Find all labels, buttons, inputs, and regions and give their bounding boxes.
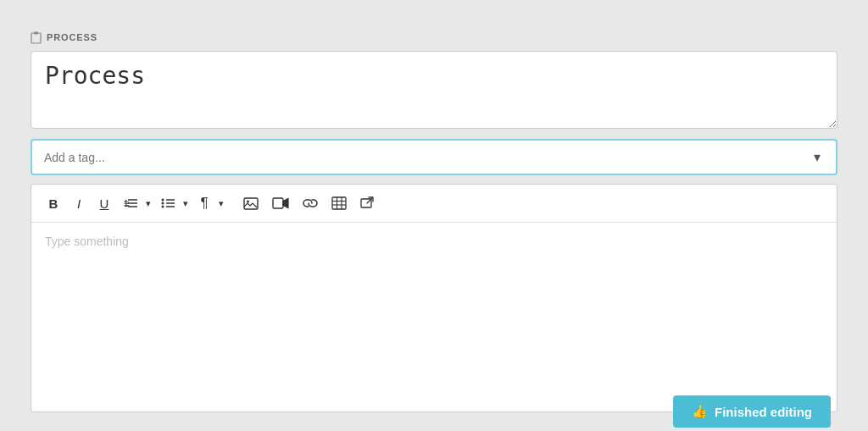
unordered-list-dropdown-button[interactable]: ▾ [181,195,191,213]
svg-rect-15 [273,198,283,208]
tag-dropdown-button[interactable] [810,149,824,165]
finished-editing-label: Finished editing [715,405,812,419]
tag-input[interactable] [44,151,810,164]
svg-rect-1 [34,32,38,35]
editor-body[interactable]: Type something [31,223,837,409]
link-button[interactable] [297,191,324,215]
toolbar-separator-1 [231,195,232,212]
paragraph-dropdown-button[interactable]: ▾ [216,195,226,213]
chevron-down-icon [814,149,821,165]
thumbs-up-icon: 👍 [692,404,708,419]
image-button[interactable] [237,191,264,215]
finished-editing-button[interactable]: 👍 Finished editing [673,395,831,428]
title-input[interactable] [31,51,837,129]
editor-placeholder: Type something [45,235,129,248]
svg-rect-13 [244,198,258,209]
underline-button[interactable]: U [92,191,116,215]
process-icon [31,30,42,44]
page-wrapper: PROCESS B I U ≡ 1. [17,17,851,431]
section-label-text: PROCESS [47,32,97,42]
table-button[interactable] [326,191,353,215]
svg-rect-16 [332,197,346,209]
svg-point-9 [162,206,164,208]
ordered-list-button[interactable]: ≡ 1. [118,191,143,215]
svg-rect-0 [31,33,41,43]
section-label: PROCESS [31,30,837,44]
svg-point-14 [247,200,249,202]
ordered-list-dropdown-button[interactable]: ▾ [143,195,153,213]
unordered-list-button[interactable] [155,191,181,215]
svg-point-8 [162,202,164,205]
svg-point-7 [162,199,164,202]
ordered-list-group: ≡ 1. ▾ [118,191,153,215]
paragraph-button[interactable]: ¶ [192,191,216,215]
editor-wrapper: B I U ≡ 1. ▾ [31,184,837,412]
video-button[interactable] [266,191,295,215]
italic-button[interactable]: I [67,191,91,215]
unordered-list-group: ▾ [155,191,191,215]
bold-button[interactable]: B [42,191,65,215]
embed-button[interactable] [354,191,381,215]
toolbar: B I U ≡ 1. ▾ [31,185,837,223]
paragraph-group: ¶ ▾ [192,191,226,215]
tag-input-wrapper [31,139,837,175]
